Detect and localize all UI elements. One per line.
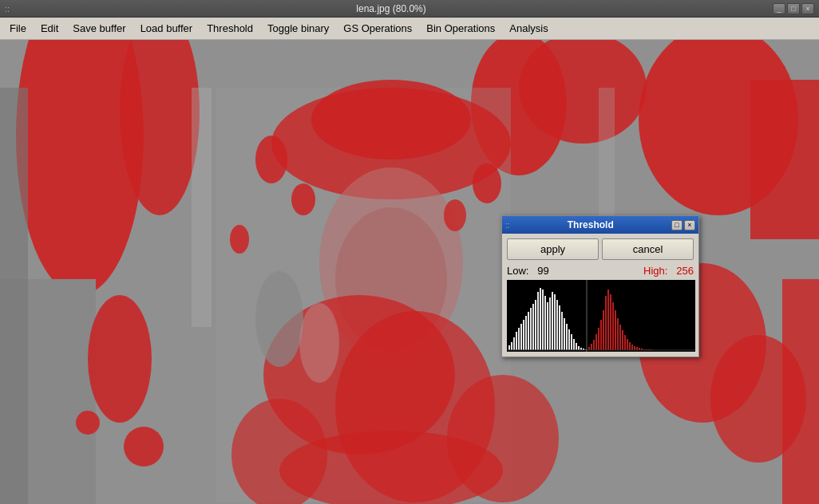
svg-rect-89 <box>636 347 638 350</box>
svg-rect-57 <box>561 312 563 350</box>
svg-rect-32 <box>192 88 212 327</box>
svg-rect-35 <box>508 345 510 350</box>
window-controls: _ □ × <box>773 3 814 14</box>
svg-point-22 <box>291 183 315 215</box>
svg-rect-54 <box>554 294 556 350</box>
svg-rect-38 <box>516 332 517 350</box>
svg-rect-82 <box>619 325 621 350</box>
svg-rect-45 <box>532 304 534 350</box>
svg-rect-69 <box>588 347 590 350</box>
low-value: 99 <box>537 265 548 277</box>
svg-rect-46 <box>535 300 536 350</box>
svg-point-30 <box>447 375 559 502</box>
svg-rect-73 <box>598 328 599 350</box>
dialog-title-bar: :: Threshold □ × <box>502 216 698 234</box>
menu-edit[interactable]: Edit <box>34 20 65 37</box>
menu-gs-operations[interactable]: GS Operations <box>337 20 418 37</box>
svg-rect-48 <box>540 288 541 350</box>
maximize-button[interactable]: □ <box>787 3 800 14</box>
svg-point-26 <box>255 271 303 367</box>
svg-rect-60 <box>568 329 570 350</box>
histogram-area <box>507 280 695 352</box>
title-bar: :: lena.jpg (80.0%) _ □ × <box>0 0 819 18</box>
dialog-buttons: apply cancel <box>507 238 694 260</box>
menu-bar: File Edit Save buffer Load buffer Thresh… <box>0 18 819 40</box>
minimize-button[interactable]: _ <box>773 3 785 14</box>
svg-rect-71 <box>593 340 595 350</box>
dialog-window-controls: □ × <box>671 220 695 230</box>
close-button[interactable]: × <box>801 3 814 14</box>
svg-rect-50 <box>544 296 546 350</box>
menu-threshold[interactable]: Threshold <box>200 20 259 37</box>
threshold-values: Low: 99 High: 256 <box>507 265 694 277</box>
svg-rect-64 <box>578 346 580 350</box>
menu-bin-operations[interactable]: Bin Operations <box>420 20 501 37</box>
svg-rect-83 <box>622 330 623 350</box>
svg-rect-70 <box>591 344 592 350</box>
high-value-label: High: 256 <box>643 265 694 277</box>
svg-rect-87 <box>631 345 633 350</box>
svg-rect-88 <box>634 346 635 350</box>
svg-rect-80 <box>615 310 616 350</box>
svg-rect-55 <box>556 300 558 350</box>
menu-analysis[interactable]: Analysis <box>503 20 554 37</box>
histogram-chart <box>507 280 695 352</box>
svg-rect-74 <box>600 320 602 350</box>
svg-rect-79 <box>612 302 614 350</box>
apply-button[interactable]: apply <box>507 238 599 260</box>
canvas-area: :: Threshold □ × apply cancel Low: 99 <box>0 40 819 504</box>
svg-rect-31 <box>0 88 28 504</box>
svg-rect-37 <box>513 337 515 350</box>
svg-rect-61 <box>571 334 572 350</box>
svg-rect-36 <box>511 342 512 350</box>
svg-point-16 <box>124 427 164 467</box>
svg-rect-40 <box>520 324 522 350</box>
svg-rect-72 <box>595 334 597 350</box>
high-value: 256 <box>676 265 694 277</box>
svg-rect-78 <box>610 294 611 350</box>
svg-rect-86 <box>629 342 631 350</box>
threshold-dialog: :: Threshold □ × apply cancel Low: 99 <box>501 215 699 357</box>
svg-rect-59 <box>566 324 568 350</box>
svg-point-9 <box>311 80 471 159</box>
dialog-close-button[interactable]: × <box>684 220 695 230</box>
svg-point-24 <box>473 163 501 203</box>
svg-point-17 <box>76 411 100 435</box>
dialog-restore-button[interactable]: □ <box>671 220 682 230</box>
svg-rect-77 <box>607 289 609 350</box>
menu-save-buffer[interactable]: Save buffer <box>66 20 132 37</box>
window-title: lena.jpg (80.0%) <box>10 3 773 14</box>
svg-point-15 <box>88 295 152 423</box>
svg-rect-42 <box>525 316 527 350</box>
svg-rect-52 <box>549 297 551 350</box>
svg-rect-47 <box>537 292 539 350</box>
svg-rect-53 <box>552 292 553 350</box>
svg-rect-76 <box>605 296 607 350</box>
svg-rect-51 <box>547 302 548 350</box>
dialog-body: apply cancel Low: 99 High: 256 <box>502 234 698 356</box>
svg-rect-81 <box>617 318 619 350</box>
svg-point-25 <box>444 199 466 231</box>
svg-rect-6 <box>750 80 819 239</box>
svg-rect-84 <box>624 335 626 350</box>
svg-point-27 <box>299 303 339 383</box>
menu-load-buffer[interactable]: Load buffer <box>134 20 200 37</box>
svg-point-21 <box>255 136 287 183</box>
svg-rect-75 <box>603 310 604 350</box>
svg-rect-20 <box>782 279 819 504</box>
svg-rect-44 <box>530 308 532 350</box>
svg-rect-49 <box>542 289 544 350</box>
svg-rect-85 <box>627 339 628 350</box>
menu-file[interactable]: File <box>3 20 33 37</box>
svg-rect-39 <box>518 328 520 350</box>
cancel-button[interactable]: cancel <box>602 238 694 260</box>
dialog-title: Threshold <box>510 219 671 230</box>
svg-rect-56 <box>559 305 560 350</box>
low-value-label: Low: 99 <box>507 265 549 277</box>
svg-rect-62 <box>573 339 575 350</box>
svg-rect-43 <box>528 312 529 350</box>
svg-rect-63 <box>576 343 577 350</box>
menu-toggle-binary[interactable]: Toggle binary <box>261 20 335 37</box>
svg-rect-41 <box>523 320 524 350</box>
svg-rect-58 <box>564 318 565 350</box>
